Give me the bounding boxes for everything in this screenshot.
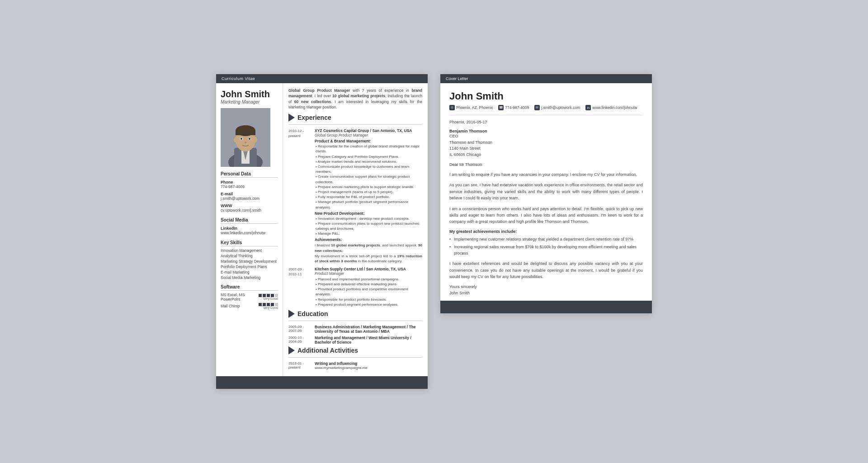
phone-icon: ☎ xyxy=(498,105,504,110)
cl-date: Phoenix, 2016-05-17 xyxy=(449,120,643,124)
skill-item: E-mail Marketing xyxy=(221,270,278,274)
svg-point-12 xyxy=(241,138,242,140)
cl-document: Cover Letter John Smith ⊙ Phoenix, AZ, P… xyxy=(440,74,652,313)
svg-point-14 xyxy=(245,142,246,144)
email-label: E-mail xyxy=(221,192,278,196)
linkedin-label: LinkedIn xyxy=(221,226,278,231)
experience-heading: Experience xyxy=(288,113,422,122)
cl-recipient-city: IL 60605 Chicago xyxy=(449,152,643,158)
exp-bullet: • Responsible for the creation of global… xyxy=(316,144,422,154)
cv-summary: Global Group Product Manager with 7 year… xyxy=(288,88,422,110)
cl-recipient-title: CEO xyxy=(449,133,643,140)
exp-bullet: • Fully responsible for P&L of product p… xyxy=(316,194,422,199)
software-item: MS Excel, MS PowerPointVery Good xyxy=(221,293,278,302)
edu-title-2: Marketing and Management / West Miami Un… xyxy=(315,335,422,345)
cl-recipient-address: 1140 Main Street xyxy=(449,146,643,152)
edu-entry-2: 2000-10 -2004-05 Marketing and Managemen… xyxy=(288,335,422,345)
software-list: MS Excel, MS PowerPointVery GoodMail Chi… xyxy=(221,293,278,309)
exp-entry-1: 2010-12 -present XYZ Cosmetics Capital G… xyxy=(288,128,422,264)
software-name: MS Excel, MS PowerPoint xyxy=(221,293,259,302)
cl-contact-row: ⊙ Phoenix, AZ, Phoenix ☎ 774-987-4009 ✉ … xyxy=(449,105,643,110)
additional-heading: Additional Activities xyxy=(288,346,422,354)
phone-value: 774-987-4009 xyxy=(221,184,278,189)
cl-closing-paragraph: I have excellent references and would be… xyxy=(449,260,643,280)
exp-bullet: • Prepared and delivered effective marke… xyxy=(316,282,422,287)
skill-item: Marketing Strategy Development xyxy=(221,259,278,264)
cl-phone-text: 774-987-4009 xyxy=(505,105,529,110)
cl-contact-phone: ☎ 774-987-4009 xyxy=(498,105,529,110)
exp-role-2: Product Manager xyxy=(315,271,422,276)
software-name: Mail Chimp xyxy=(221,304,240,308)
cv-left-column: John Smith Marketing Manager xyxy=(216,83,283,376)
education-heading: Education xyxy=(288,310,422,318)
skill-dot xyxy=(263,294,266,297)
exp-subsection-achievements: Achievements: xyxy=(315,237,422,242)
exp-date-1: 2010-12 -present xyxy=(288,128,312,264)
cl-body: John Smith ⊙ Phoenix, AZ, Phoenix ☎ 774-… xyxy=(440,83,652,301)
edu-title-1: Business Administration / Marketing Mana… xyxy=(315,325,422,334)
add-url-1: www.mymarketingcampaigns.me xyxy=(315,366,422,370)
cl-contact-linkedin: in www.linkedin.com/johnutw xyxy=(585,105,637,110)
education-arrow xyxy=(288,310,295,318)
www-value: cv.uptowork.com/j.smith xyxy=(221,208,278,213)
skill-item: Portfolio Deployment Plans xyxy=(221,265,278,269)
skill-dot xyxy=(275,294,278,297)
skill-dot xyxy=(271,294,274,297)
exp-bullet: • Planned and implemented promotional ca… xyxy=(316,277,422,282)
skill-dot xyxy=(275,303,278,306)
skill-item: Analytical Thinking xyxy=(221,254,278,258)
exp-bullet: • Manage product portfolio (product segm… xyxy=(316,199,422,209)
add-entry-1: 2012-01 -present Writing and Influencing… xyxy=(288,361,422,370)
exp-bullet: • Responsible for product portfolio fore… xyxy=(316,297,422,302)
exp-bullet: • Prepare communication plans to support… xyxy=(316,221,422,231)
social-media-title: Social Media xyxy=(221,217,278,224)
exp-bullet: • Innovation development - develop new p… xyxy=(316,216,422,221)
linkedin-value: www.linkedin.com/johnutw xyxy=(221,231,278,236)
edu-date-1: 2005-09 -2007-05 xyxy=(288,325,312,334)
skill-item: Social Media Marketing xyxy=(221,275,278,280)
experience-title: Experience xyxy=(297,114,331,121)
cl-location-text: Phoenix, AZ, Phoenix xyxy=(456,105,493,110)
cl-achievement-2: Increasing regional sales revenue from $… xyxy=(449,244,643,256)
exp-bullet: • Analyze market trends and recommend so… xyxy=(316,159,422,164)
edu-content-1: Business Administration / Marketing Mana… xyxy=(315,325,422,334)
cv-header-label: Curriculum Vitae xyxy=(222,76,255,81)
cv-document: Curriculum Vitae John Smith Marketing Ma… xyxy=(216,74,428,389)
cl-paragraph-1: I am writing to enquire if you have any … xyxy=(449,171,643,178)
cl-name: John Smith xyxy=(449,90,643,102)
add-date-1: 2012-01 -present xyxy=(288,361,312,370)
exp-bullet: • Project management (teams of up to 5 p… xyxy=(316,189,422,194)
www-label: WWW xyxy=(221,203,278,208)
skill-dot xyxy=(259,303,262,306)
exp-bullet: • Prepare annual marketing plans to supp… xyxy=(316,184,422,189)
additional-title: Additional Activities xyxy=(297,347,358,354)
exp-entry-2: 2007-09 -2010-11 Kitchen Supply Center L… xyxy=(288,267,422,307)
cl-email-text: j.smith@uptowork.com xyxy=(541,105,580,110)
cl-contact-location: ⊙ Phoenix, AZ, Phoenix xyxy=(449,105,493,110)
cl-closing: Yours sincerely xyxy=(449,284,643,289)
cl-paragraph-2: As you can see, I have had extensive vac… xyxy=(449,182,643,201)
edu-content-2: Marketing and Management / West Miami Un… xyxy=(315,335,422,345)
cv-name: John Smith xyxy=(221,89,278,99)
phone-label: Phone xyxy=(221,180,278,184)
personal-data-title: Personal Data xyxy=(221,171,278,178)
svg-point-13 xyxy=(249,138,250,140)
exp-bullet: • Prepare Category and Portfolio Deploym… xyxy=(316,154,422,159)
cl-signature: John Smith xyxy=(449,291,643,295)
cv-right-column: Global Group Product Manager with 7 year… xyxy=(283,83,428,376)
additional-arrow xyxy=(288,346,295,354)
cv-header-bar: Curriculum Vitae xyxy=(216,74,428,83)
key-skills-title: Key Skills xyxy=(221,240,278,246)
cl-achievements-title: My greatest achievements include: xyxy=(449,229,643,234)
exp-bullet: • Provided product portfolios and compet… xyxy=(316,287,422,297)
email-icon: ✉ xyxy=(534,105,540,110)
exp-company-2: Kitchen Supply Center Ltd / San Antonio,… xyxy=(315,267,422,271)
cl-footer xyxy=(440,301,652,313)
exp-content-2: Kitchen Supply Center Ltd / San Antonio,… xyxy=(315,267,422,307)
exp-bullet: • Manage P&L. xyxy=(316,231,422,236)
edu-date-2: 2000-10 -2004-05 xyxy=(288,335,312,345)
add-content-1: Writing and Influencing www.mymarketingc… xyxy=(315,361,422,370)
exp-bullet: • Create communication support plans for… xyxy=(316,174,422,184)
exp-subsection-brand: Product & Brand Management: xyxy=(315,139,422,143)
cl-salutation: Dear Mr Thomson xyxy=(449,162,643,167)
